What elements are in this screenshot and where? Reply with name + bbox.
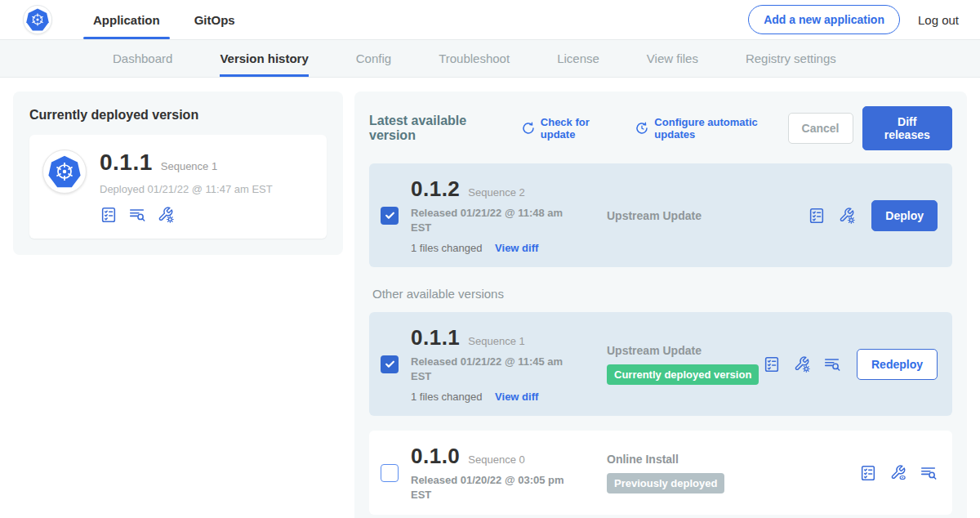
logout-link[interactable]: Log out — [918, 13, 959, 27]
config-wrench-eye-icon[interactable] — [889, 464, 907, 482]
check-for-update-label: Check for update — [541, 116, 619, 141]
version-source: Upstream Update Currently deployed versi… — [607, 344, 763, 385]
version-row-0-1-2: 0.1.2 Sequence 2 Released 01/21/22 @ 11:… — [369, 163, 952, 267]
version-row-0-1-0: 0.1.0 Sequence 0 Released 01/20/22 @ 03:… — [369, 431, 952, 515]
preflight-checklist-icon[interactable] — [859, 464, 877, 482]
version-sequence: Sequence 1 — [468, 335, 524, 347]
subnav-license[interactable]: License — [557, 40, 599, 77]
refresh-icon — [521, 121, 536, 136]
source-label: Upstream Update — [607, 344, 763, 357]
files-changed-label: 1 files changed — [411, 242, 482, 254]
configure-automatic-updates-label: Configure automatic updates — [654, 116, 787, 141]
deployed-version-info: 0.1.1 Sequence 1 Deployed 01/21/22 @ 11:… — [100, 150, 273, 224]
version-history-panel: Latest available version Check for updat… — [354, 92, 967, 518]
deployed-sequence: Sequence 1 — [161, 160, 217, 172]
latest-available-title: Latest available version — [369, 114, 505, 143]
version-actions: Redeploy — [763, 349, 938, 380]
deployed-timestamp: Deployed 01/21/22 @ 11:47 am EST — [100, 183, 273, 195]
topnav-right: Add a new application Log out — [748, 5, 959, 34]
deployed-version-number: 0.1.1 — [100, 150, 153, 176]
logs-search-icon[interactable] — [823, 355, 841, 373]
files-changed-label: 1 files changed — [411, 391, 482, 403]
deployed-version-card: 0.1.1 Sequence 1 Deployed 01/21/22 @ 11:… — [29, 135, 327, 239]
diff-releases-button[interactable]: Diff releases — [862, 106, 952, 150]
tab-application-label: Application — [93, 13, 160, 27]
logs-search-icon[interactable] — [920, 464, 938, 482]
kubernetes-logo[interactable] — [23, 5, 52, 34]
preflight-checklist-icon[interactable] — [100, 206, 118, 224]
logs-search-icon[interactable] — [128, 206, 146, 224]
released-timestamp: Released 01/21/22 @ 11:45 am EST — [411, 355, 568, 383]
deploy-button[interactable]: Deploy — [871, 200, 938, 231]
version-actions — [859, 464, 938, 482]
add-new-application-button[interactable]: Add a new application — [748, 5, 900, 34]
version-number: 0.1.0 — [411, 444, 460, 469]
preflight-checklist-icon[interactable] — [763, 355, 781, 373]
previously-deployed-badge: Previously deployed — [607, 473, 724, 493]
redeploy-button[interactable]: Redeploy — [857, 349, 938, 380]
tab-gitops[interactable]: GitOps — [183, 0, 247, 39]
deployed-action-icons — [100, 206, 273, 224]
currently-deployed-badge: Currently deployed version — [607, 364, 759, 385]
config-wrench-gear-icon[interactable] — [793, 355, 811, 373]
version-sequence: Sequence 0 — [468, 453, 524, 466]
tab-gitops-label: GitOps — [194, 13, 235, 27]
kubernetes-helm-icon — [26, 8, 49, 31]
preflight-checklist-icon[interactable] — [808, 207, 826, 225]
other-versions-title: Other available versions — [369, 287, 952, 301]
version-sequence: Sequence 2 — [468, 186, 524, 199]
primary-tabs: Application GitOps — [82, 0, 247, 39]
app-subnav: Dashboard Version history Config Trouble… — [0, 39, 980, 78]
config-wrench-gear-icon[interactable] — [157, 206, 175, 224]
main-content: Currently deployed version 0.1.1 Sequenc… — [0, 78, 980, 518]
subnav-troubleshoot[interactable]: Troubleshoot — [439, 40, 510, 77]
version-checkbox[interactable] — [381, 355, 399, 373]
version-info: 0.1.0 Sequence 0 Released 01/20/22 @ 03:… — [411, 444, 574, 502]
version-source: Upstream Update — [607, 209, 808, 222]
source-label: Online Install — [607, 453, 859, 466]
kubernetes-helm-icon — [48, 155, 81, 188]
schedule-update-icon — [635, 121, 649, 136]
view-diff-link[interactable]: View diff — [495, 391, 538, 403]
version-number: 0.1.1 — [411, 325, 460, 351]
view-diff-link[interactable]: View diff — [495, 242, 538, 254]
version-row-0-1-1: 0.1.1 Sequence 1 Released 01/21/22 @ 11:… — [369, 312, 952, 416]
subnav-config[interactable]: Config — [356, 40, 391, 77]
app-icon — [42, 150, 87, 194]
configure-automatic-updates-link[interactable]: Configure automatic updates — [635, 116, 787, 141]
tab-application[interactable]: Application — [82, 0, 172, 39]
top-navbar: Application GitOps Add a new application… — [0, 0, 980, 39]
version-checkbox[interactable] — [381, 207, 399, 225]
currently-deployed-panel: Currently deployed version 0.1.1 Sequenc… — [13, 92, 343, 255]
subnav-registry-settings[interactable]: Registry settings — [746, 40, 836, 77]
subnav-dashboard[interactable]: Dashboard — [113, 40, 172, 77]
subnav-view-files[interactable]: View files — [647, 40, 698, 77]
source-label: Upstream Update — [607, 209, 808, 222]
version-info: 0.1.2 Sequence 2 Released 01/21/22 @ 11:… — [411, 176, 574, 254]
version-info: 0.1.1 Sequence 1 Released 01/21/22 @ 11:… — [411, 325, 574, 403]
released-timestamp: Released 01/21/22 @ 11:48 am EST — [411, 206, 568, 234]
currently-deployed-title: Currently deployed version — [29, 108, 327, 123]
version-number: 0.1.2 — [411, 176, 460, 202]
version-actions: Deploy — [808, 200, 938, 231]
cancel-button[interactable]: Cancel — [788, 113, 853, 144]
subnav-version-history[interactable]: Version history — [220, 40, 308, 77]
released-timestamp: Released 01/20/22 @ 03:05 pm EST — [411, 473, 568, 502]
latest-version-header: Latest available version Check for updat… — [369, 106, 952, 150]
version-checkbox[interactable] — [381, 464, 399, 482]
config-wrench-gear-icon[interactable] — [838, 207, 856, 225]
version-source: Online Install Previously deployed — [607, 453, 859, 493]
check-for-update-link[interactable]: Check for update — [521, 116, 619, 141]
